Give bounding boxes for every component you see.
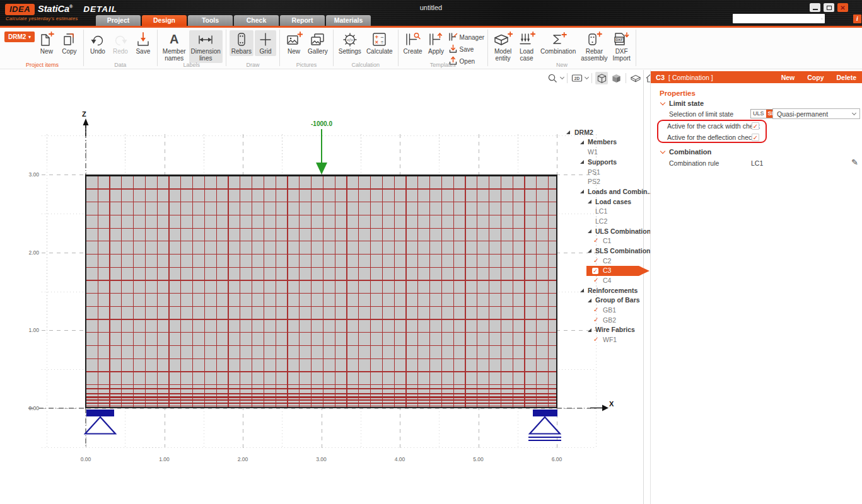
model-canvas[interactable]: 2D 0. <box>0 70 650 504</box>
selected-item-type: [ Combination ] <box>668 74 713 81</box>
tree-item-check-icon[interactable]: ✓ <box>593 276 599 284</box>
edit-rule-pencil-icon[interactable]: ✎ <box>851 158 858 167</box>
cube-solid-icon[interactable] <box>610 72 622 84</box>
ribbon-button-dimension-lines[interactable]: Dimension lines <box>189 30 223 63</box>
combination-collapse-icon[interactable] <box>660 149 665 154</box>
ribbon-button-new[interactable]: New <box>283 30 305 56</box>
copy-combination-button[interactable]: Copy <box>807 74 824 81</box>
uls-option[interactable]: ULS <box>751 110 766 118</box>
tree-item-check-icon[interactable]: ✓ <box>593 306 599 313</box>
ribbon-button-rebar-assembly[interactable]: Rebar assembly <box>579 30 609 63</box>
tree-item-loads-and-combin[interactable]: Loads and Combin... <box>588 187 650 197</box>
tree-item-wf1[interactable]: WF1 <box>603 335 617 345</box>
ribbon-button-rebars[interactable]: Rebars <box>230 30 253 56</box>
limit-state-section-title[interactable]: Limit state <box>669 100 704 107</box>
tree-expand-icon[interactable] <box>588 249 591 253</box>
tree-expand-icon[interactable] <box>588 328 591 332</box>
tree-item-check-icon[interactable]: ✓ <box>593 316 599 323</box>
app-window: IDEA StatiCa® DETAIL Calculate yesterday… <box>0 0 862 504</box>
tree-item-w1[interactable]: W1 <box>588 147 598 158</box>
combination-section-title[interactable]: Combination <box>669 148 711 156</box>
tree-item-c3[interactable]: C3 <box>603 266 611 276</box>
ribbon-group-calculation: </>Settings+−×÷CalculateCalculation <box>334 28 398 69</box>
search-input[interactable] <box>733 14 821 23</box>
tab-project[interactable]: Project <box>96 15 141 26</box>
close-button[interactable]: ✕ <box>837 3 848 12</box>
tab-design[interactable]: Design <box>142 15 187 26</box>
limit-state-collapse-icon[interactable] <box>660 100 665 105</box>
ribbon-button-dxf-import[interactable]: DXFDXF Import <box>610 30 632 63</box>
clip-plane-icon[interactable] <box>629 72 642 84</box>
tree-expand-icon[interactable] <box>580 140 584 144</box>
ribbon-button-manager[interactable]: Manager <box>448 32 484 43</box>
tree-item-uls-combinations[interactable]: ULS Combinations <box>595 227 650 237</box>
zoom-dropdown-chevron-icon[interactable] <box>560 75 564 79</box>
tree-item-lc2[interactable]: LC2 <box>595 217 607 227</box>
tree-expand-icon[interactable] <box>580 160 584 164</box>
tree-expand-icon[interactable] <box>580 190 584 193</box>
view-2d-icon[interactable]: 2D <box>571 72 583 84</box>
tree-item-sls-combinations[interactable]: SLS Combinations <box>595 246 650 256</box>
ribbon-button-load-case[interactable]: Load case <box>516 30 537 63</box>
toolbar-separator <box>626 73 626 83</box>
ribbon-button-member-names[interactable]: AMember names <box>161 30 188 63</box>
tree-item-load-cases[interactable]: Load cases <box>595 197 631 207</box>
tab-report[interactable]: Report <box>280 15 325 26</box>
ribbon-button-create[interactable]: Create <box>402 30 424 56</box>
ribbon-button-settings[interactable]: </>Settings <box>337 30 363 56</box>
ribbon-button-copy[interactable]: Copy <box>59 30 80 56</box>
product-name: DETAIL <box>83 4 117 14</box>
tree-expand-icon[interactable] <box>580 289 584 292</box>
tab-tools[interactable]: Tools <box>188 15 233 26</box>
limit-state-combo[interactable]: Quasi-permanent <box>772 108 860 119</box>
tree-item-wire-fabrics[interactable]: Wire Fabrics <box>595 325 635 335</box>
tree-item-c4[interactable]: C4 <box>603 276 611 286</box>
maximize-button[interactable] <box>824 3 834 12</box>
new-combination-button[interactable]: New <box>781 74 795 81</box>
delete-combination-button[interactable]: Delete <box>836 74 856 81</box>
tree-expand-icon[interactable] <box>588 229 591 233</box>
tree-item-check-icon[interactable]: ✓ <box>593 335 599 343</box>
tab-materials[interactable]: Materials <box>326 15 371 26</box>
tree-item-ps1[interactable]: PS1 <box>588 168 600 178</box>
svg-text:</>: </> <box>347 38 353 42</box>
tab-check[interactable]: Check <box>234 15 279 26</box>
ribbon-button-apply[interactable]: Apply <box>426 30 447 56</box>
ribbon-button-model-entity[interactable]: Model entity <box>491 30 515 63</box>
ribbon-button-save[interactable]: Save <box>132 30 154 56</box>
crack-width-checkbox[interactable]: ✓ <box>752 122 759 130</box>
tree-expand-icon[interactable] <box>588 299 591 302</box>
tree-item-members[interactable]: Members <box>588 137 617 147</box>
tree-item-check-icon[interactable]: ✓ <box>593 256 599 264</box>
zoom-search-icon[interactable] <box>546 72 559 84</box>
home-icon[interactable] <box>644 72 650 84</box>
project-item-dropdown[interactable]: DRM2▾ <box>4 32 35 42</box>
tree-item-ps2[interactable]: PS2 <box>588 177 600 187</box>
view-dropdown-chevron-icon[interactable] <box>585 75 589 79</box>
tree-item-checkbox[interactable]: ✓ <box>592 268 598 274</box>
tree-item-gb2[interactable]: GB2 <box>603 316 616 326</box>
deflection-checkbox[interactable]: ✓ <box>752 134 759 141</box>
info-button[interactable]: i <box>853 14 861 23</box>
tree-expand-icon[interactable] <box>566 130 570 134</box>
tree-item-gb1[interactable]: GB1 <box>603 306 616 316</box>
ribbon-button-undo[interactable]: Undo <box>87 30 108 56</box>
ribbon-button-gallery[interactable]: Gallery <box>306 30 330 56</box>
ribbon-button-grid[interactable]: Grid <box>255 30 276 56</box>
tree-item-c2[interactable]: C2 <box>603 256 611 266</box>
ribbon-button-new[interactable]: New <box>36 30 57 56</box>
tree-item-group-of-bars[interactable]: Group of Bars <box>595 295 640 306</box>
ribbon-button-combination[interactable]: Combination <box>539 30 578 56</box>
ribbon-button-calculate[interactable]: +−×÷Calculate <box>364 30 395 56</box>
tree-item-lc1[interactable]: LC1 <box>595 207 607 217</box>
tree-item-supports[interactable]: Supports <box>588 158 617 168</box>
tree-item-c1[interactable]: C1 <box>603 236 611 246</box>
ribbon-button-save[interactable]: Save <box>448 44 484 55</box>
tree-item-reinforcements[interactable]: Reinforcements <box>588 286 638 296</box>
minimize-button[interactable] <box>810 3 820 12</box>
tree-expand-icon[interactable] <box>588 200 591 203</box>
cube-wireframe-icon[interactable] <box>595 72 608 84</box>
tree-item-check-icon[interactable]: ✓ <box>593 236 599 244</box>
rebar-assembly-icon <box>585 31 603 48</box>
tree-item-drm2[interactable]: DRM2 <box>574 128 593 138</box>
